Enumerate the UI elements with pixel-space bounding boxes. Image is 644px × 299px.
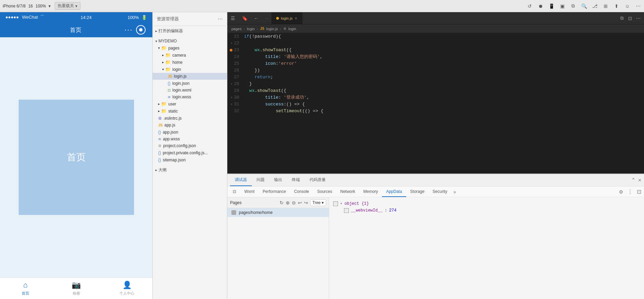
kebab-menu-icon[interactable]: ⋮ [626, 188, 634, 195]
file-login-js[interactable]: JS login.js [153, 73, 227, 80]
search-icon[interactable]: 🔍 [581, 3, 587, 9]
login-wxss-label: login.wxss [172, 95, 191, 99]
tab-home[interactable]: ⌂ 首页 [0, 281, 51, 296]
device-icon[interactable]: 📱 [548, 3, 554, 9]
redo-icon[interactable]: ↪ [304, 200, 308, 205]
file-login-wxml[interactable]: ⊡ login.wxml [153, 87, 227, 94]
devtools-sub-tabs: ⊡ Wxml Performance Console Sources Netwo… [227, 186, 644, 197]
login-wxml-label: login.wxml [172, 88, 191, 93]
file-sitemap[interactable]: {} sitemap.json [153, 156, 227, 163]
bookmark-icon[interactable]: 🔖 [239, 16, 251, 21]
mydemo-header[interactable]: MYDEMO [153, 38, 227, 44]
collapse-all-icon[interactable]: ⊖ [292, 200, 296, 205]
more-icon[interactable]: ⋯ [635, 3, 641, 9]
eslintrc-label: .eslintrc.js [164, 116, 182, 121]
camera-icon: 📷 [72, 281, 81, 290]
mydemo-arrow [155, 39, 157, 43]
file-login-wxss[interactable]: ≋ login.wxss [153, 94, 227, 100]
file-panel-more-icon[interactable]: ⋯ [217, 16, 223, 22]
pages-list-item-home[interactable]: pages/home/home [227, 208, 329, 217]
tree-expand-icon[interactable]: □ [333, 201, 338, 206]
expand-all-icon[interactable]: ⊕ [286, 200, 290, 205]
file-appwxss[interactable]: ≋ app.wxss [153, 136, 227, 142]
file-appjs[interactable]: JS app.js [153, 122, 227, 128]
devtools-subtab-network[interactable]: Network [336, 186, 359, 197]
record-icon[interactable]: ⏺ [537, 3, 544, 9]
editor-tab-loginjs[interactable]: login.js × [271, 12, 302, 24]
tree-expand-arrow[interactable]: ▾ [340, 201, 342, 206]
ellipsis-icon[interactable]: ⋯ [635, 15, 641, 21]
folder-home[interactable]: 📁 home [153, 59, 227, 66]
refresh-pages-icon[interactable]: ↻ [280, 200, 284, 205]
chevron-down-icon[interactable]: ▾ [49, 4, 51, 8]
line-num-32: 32 [227, 108, 243, 115]
folder-camera[interactable]: 📁 camera [153, 52, 227, 59]
tab-profile[interactable]: 👤 个人中心 [101, 281, 152, 296]
grid-icon[interactable]: ⊞ [603, 3, 609, 9]
git-icon[interactable]: ⎇ [592, 3, 598, 9]
sitemap-label: sitemap.json [163, 158, 186, 162]
windows-icon[interactable]: ▣ [559, 3, 565, 9]
forward-icon[interactable]: → [261, 16, 271, 21]
tree-object-label: object {1} [344, 201, 369, 206]
devtools-tab-problems[interactable]: 问题 [252, 174, 269, 186]
fold-28[interactable]: ▾ [231, 81, 232, 87]
devtools-subtab-security[interactable]: Security [429, 186, 451, 197]
settings-icon[interactable]: ⚙ [618, 189, 625, 195]
fold-22[interactable]: ▾ [231, 40, 232, 47]
devtools-right-icons: ⚙ ⋮ ⊡ [618, 188, 643, 195]
refresh-icon[interactable]: ↺ [527, 3, 533, 9]
tree-webviewid-icon[interactable]: □ [344, 208, 349, 213]
folder-static[interactable]: 📁 static [153, 107, 227, 115]
tab-change-indicator [276, 17, 279, 20]
nav-dots-icon[interactable]: ··· [125, 25, 133, 34]
split-view-icon[interactable]: ⧉ [619, 15, 625, 21]
tree-dropdown[interactable]: Tree ▾ [310, 199, 326, 206]
hot-reload-button[interactable]: 热重载关 ▾ [55, 2, 80, 10]
devtools-tab-output[interactable]: 输出 [269, 174, 287, 186]
file-eslintrc[interactable]: ⊛ .eslintrc.js [153, 115, 227, 122]
file-projectconfig[interactable]: ⚙ project.config.json [153, 142, 227, 149]
devtools-subtab-sources[interactable]: Sources [313, 186, 336, 197]
tab-home-label: 首页 [22, 291, 29, 296]
debugger-label: 调试器 [235, 177, 247, 183]
devtools-close-icon[interactable]: × [638, 177, 641, 183]
devtools-subtab-appdata[interactable]: AppData [382, 186, 406, 197]
tab-camera[interactable]: 📷 相册 [51, 281, 102, 296]
devtools-subtab-storage[interactable]: Storage [406, 186, 429, 197]
outline-header[interactable]: 大纲 [153, 166, 227, 174]
devtools-tab-terminal[interactable]: 终端 [287, 174, 305, 186]
expand-icon[interactable]: ⊡ [636, 188, 643, 195]
minimize-icon[interactable]: ⌃ [631, 177, 636, 183]
upload-icon[interactable]: ⬆ [613, 3, 620, 9]
file-projectprivate[interactable]: {} project.private.config.js... [153, 149, 227, 156]
fold-30[interactable]: ▾ [231, 94, 232, 101]
file-appjson[interactable]: {} app.json [153, 128, 227, 136]
devtools-subtab-console[interactable]: Console [290, 186, 313, 197]
file-login-json[interactable]: {} login.json [153, 80, 227, 87]
devtools-subtab-selector[interactable]: ⊡ [229, 186, 240, 197]
tab-close-button[interactable]: × [295, 16, 297, 21]
devtools-subtab-wxml[interactable]: Wxml [240, 186, 259, 197]
devtools-tab-debugger[interactable]: 调试器 [230, 174, 252, 186]
breadcrumb-sep3: › [280, 27, 281, 31]
maximize-icon[interactable]: ⊡ [627, 15, 633, 21]
code-area[interactable]: 21 if(!password){ ▾ 22 23 [227, 33, 644, 174]
open-editors-header[interactable]: 打开的编辑器 [153, 27, 227, 35]
devtools-subtab-performance[interactable]: Performance [259, 186, 290, 197]
subtabs-more-icon[interactable]: » [451, 189, 458, 195]
copy-icon[interactable]: ⧉ [570, 3, 576, 9]
folder-user[interactable]: 📁 user [153, 100, 227, 107]
zoom-label: 100% [36, 4, 46, 8]
code-line-32: 32 setTimeout(() => { [227, 108, 644, 115]
folder-pages[interactable]: 📁 pages [153, 44, 227, 52]
fold-31[interactable]: ▾ [231, 101, 232, 108]
back-icon[interactable]: ← [251, 16, 261, 21]
avatar-icon[interactable]: ☺ [624, 3, 630, 9]
devtools-subtab-memory[interactable]: Memory [359, 186, 382, 197]
hamburger-icon[interactable]: ☰ [227, 16, 239, 21]
devtools-tab-codequality[interactable]: 代码质量 [305, 174, 330, 186]
undo-icon[interactable]: ↩ [298, 200, 302, 205]
nav-record-button[interactable] [136, 25, 146, 35]
folder-login[interactable]: 📁 login [153, 66, 227, 73]
